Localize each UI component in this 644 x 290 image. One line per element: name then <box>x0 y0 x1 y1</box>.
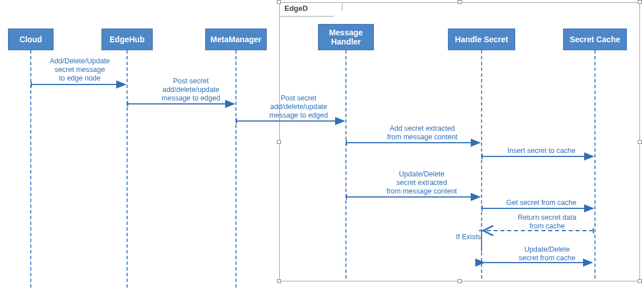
participant-label: MetaManager <box>210 35 261 44</box>
lifeline-handlesecret <box>481 50 482 279</box>
lifeline-edgehub <box>127 50 128 288</box>
participant-label: EdgeHub <box>109 35 144 44</box>
participant-messagehandler[interactable]: Message Handler <box>318 24 374 50</box>
msg-label-9: If Exists <box>451 233 486 241</box>
participant-edgehub[interactable]: EdgeHub <box>101 29 153 50</box>
selection-handle[interactable] <box>277 0 281 4</box>
selection-handle[interactable] <box>638 0 642 4</box>
msg-label-8: Return secret data from cache <box>502 214 593 231</box>
selection-handle[interactable] <box>458 279 462 283</box>
participant-secretcache[interactable]: Secret Cache <box>563 29 627 50</box>
msg-label-10: Update/Delete secret from cache <box>502 245 593 263</box>
msg-label-6: Update/Delete secret extracted from mess… <box>365 170 479 196</box>
lifeline-secretcache <box>594 50 596 279</box>
participant-cloud[interactable]: Cloud <box>8 29 54 50</box>
selection-handle[interactable] <box>277 140 281 144</box>
lifeline-cloud <box>30 50 31 288</box>
participant-label: Cloud <box>19 35 42 44</box>
selection-handle[interactable] <box>638 140 642 144</box>
msg-label-3: Post secret add/delete/update message to… <box>253 94 344 120</box>
lifeline-messagehandler <box>345 50 347 279</box>
frame-label: EdgeD <box>280 3 343 17</box>
msg-label-1: Add/Delete/Update secret message to edge… <box>34 57 125 83</box>
msg-label-2: Post secret add/delete/update message to… <box>148 77 234 103</box>
participant-label: Handle Secret <box>455 35 508 44</box>
msg-label-7: Get secret from cache <box>496 199 587 207</box>
msg-label-4: Add secret extracted from message conten… <box>368 124 476 142</box>
participant-label: Secret Cache <box>570 35 621 44</box>
msg-label-5: Insert secret to cache <box>496 147 587 155</box>
selection-handle[interactable] <box>277 279 281 283</box>
selection-handle[interactable] <box>638 279 642 283</box>
participant-label: Message Handler <box>329 28 362 46</box>
participant-metamanager[interactable]: MetaManager <box>205 29 267 50</box>
frame-label-text: EdgeD <box>284 4 308 13</box>
lifeline-metamanager <box>235 50 237 288</box>
participant-handlesecret[interactable]: Handle Secret <box>448 29 515 50</box>
diagram-canvas: EdgeD Cloud EdgeHub MetaManager Message … <box>0 0 644 290</box>
selection-handle[interactable] <box>458 0 462 4</box>
